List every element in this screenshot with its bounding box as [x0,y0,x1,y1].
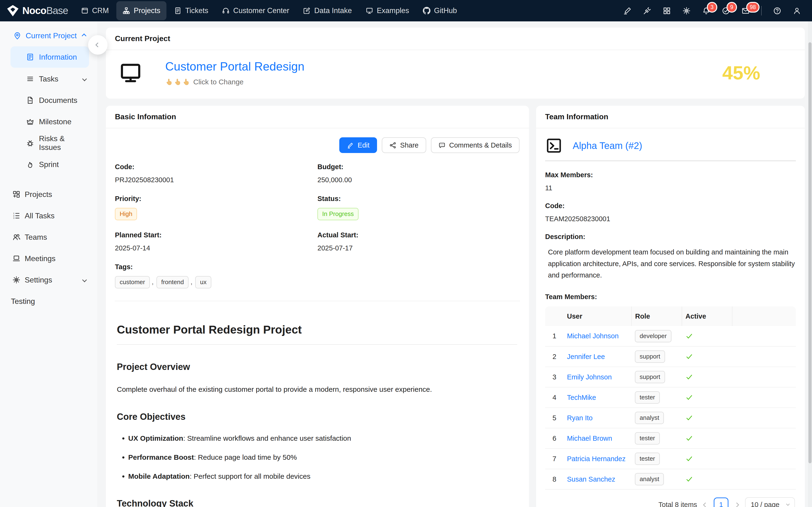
sidebar-item-settings[interactable]: Settings [0,269,98,291]
sidebar-item-information[interactable]: Information [10,46,89,68]
role-tag: support [635,350,665,363]
team-description: Core platform development team focused o… [545,246,796,281]
bullet-lead: Performance Boost [128,453,194,461]
nav-item-projects[interactable]: Projects [116,1,167,20]
notifications-button[interactable]: 3 [702,7,710,15]
row-index: 1 [545,326,564,346]
sidebar-collapse-button[interactable] [88,35,108,55]
column-active: Active [682,306,732,326]
user-link[interactable]: Michael Brown [567,435,612,442]
nav-item-data-intake[interactable]: Data Intake [297,1,358,20]
sidebar-item-tasks[interactable]: Tasks [0,68,98,90]
pagination-next-button[interactable] [735,503,738,507]
nav-item-label: Customer Center [233,6,289,15]
nav-item-label: Tickets [185,6,208,15]
comments-details-button[interactable]: Comments & Details [431,137,519,153]
user-link[interactable]: Michael Johnson [567,332,619,340]
progress-percent: 45% [722,62,760,84]
nav-item-github[interactable]: GitHub [417,1,463,20]
nav-item-customer-center[interactable]: Customer Center [216,1,295,20]
sidebar-item-label: Meetings [25,254,56,263]
edit-button[interactable]: Edit [339,137,377,153]
sidebar-item-testing[interactable]: Testing [0,291,98,312]
nocobase-logo[interactable]: NocoBase [7,5,68,17]
row-index: 6 [545,428,564,449]
sidebar-item-all-tasks[interactable]: All Tasks [0,205,98,226]
sidebar-item-documents[interactable]: Documents [0,90,98,111]
doc-bullet: Mobile Adaptation: Perfect support for a… [128,471,517,481]
messages-button[interactable]: 98 [742,7,750,15]
role-tag: tester [635,391,660,404]
sidebar-item-risks-issues[interactable]: Risks & Issues [0,132,98,154]
active-check-icon [685,434,729,442]
help-button[interactable] [773,7,782,15]
settings-button[interactable] [682,7,691,15]
terminal-icon [546,138,562,154]
sidebar-item-label: Sprint [39,160,59,169]
team-name-link[interactable]: Alpha Team (#2) [573,140,642,151]
user-link[interactable]: Susan Sanchez [567,475,615,483]
active-check-icon [685,373,729,381]
row-index: 8 [545,469,564,490]
doc-heading-stack: Technology Stack [117,498,517,507]
sidebar-item-milestone[interactable]: Milestone [0,111,98,132]
tasks-button[interactable]: 9 [722,7,730,15]
user-icon [793,7,801,15]
teams-people-icon [12,233,20,241]
nav-item-tickets[interactable]: Tickets [168,1,214,20]
table-row: 2 Jennifer Lee support [545,346,796,367]
doc-bullet: Performance Boost: Reduce page load time… [128,452,517,462]
user-link[interactable]: Emily Johnson [567,373,612,381]
nocobase-logo-icon [7,5,19,17]
nav-item-examples[interactable]: Examples [360,1,415,20]
user-link[interactable]: Patricia Hernandez [567,455,626,463]
field-budget: Budget: 250,000.00 [317,163,520,184]
field-label: Priority: [115,195,317,203]
table-row: 4 TechMike tester [545,387,796,408]
table-header-row: User Role Active [545,306,796,326]
row-index: 3 [545,367,564,387]
table-row: 5 Ryan Ito analyst [545,408,796,428]
scrollbar-thumb[interactable] [808,42,812,463]
apps-switcher-button[interactable] [663,7,671,15]
help-icon [773,7,782,15]
doc-heading-objectives: Core Objectives [117,412,517,422]
field-max-members: Max Members: 11 [545,171,796,192]
share-button[interactable]: Share [382,137,426,153]
project-name-link[interactable]: Customer Portal Redesign [165,60,304,73]
doc-paragraph: Complete overhaul of the existing custom… [117,384,517,395]
risks-bug-icon [26,139,34,147]
pagination-page-1[interactable]: 1 [714,498,729,507]
chevron-left-icon [96,43,100,47]
customer-center-icon [222,7,230,14]
sidebar-item-teams[interactable]: Teams [0,226,98,248]
page-size-select[interactable]: 10 / page [745,497,795,507]
nav-item-crm[interactable]: CRM [75,1,115,20]
sidebar-item-label: Information [39,53,77,62]
pagination-prev-button[interactable] [704,503,707,507]
click-to-change-hint[interactable]: Click to Change [165,78,304,86]
tickets-icon [174,7,182,14]
sidebar-item-projects[interactable]: Projects [0,184,98,205]
user-link[interactable]: Jennifer Lee [567,353,605,360]
ui-editor-button[interactable] [623,7,632,15]
field-label: Tags: [115,263,317,271]
data-intake-icon [303,7,311,14]
user-link[interactable]: TechMike [567,394,596,401]
sidebar-item-meetings[interactable]: Meetings [0,248,98,269]
user-menu-button[interactable] [793,7,801,15]
field-planned-start: Planned Start: 2025-07-14 [115,231,317,252]
chevron-right-icon [734,503,739,507]
button-label: Comments & Details [449,142,512,149]
sidebar-item-sprint[interactable]: Sprint [0,154,98,175]
bullet-text: : Reduce page load time by 50% [194,453,297,461]
chevron-up-icon [82,34,86,38]
user-link[interactable]: Ryan Ito [567,414,592,422]
sidebar-group-current-project[interactable]: Current Project [0,27,98,46]
nav-item-label: Data Intake [314,6,352,15]
main-menu: CRM Projects Tickets Customer Center Dat… [75,1,463,20]
plugin-manager-button[interactable] [643,7,651,15]
field-code: Code: PRJ202508230001 [115,163,317,184]
team-members-label: Team Members: [545,293,796,301]
field-value: 2025-07-14 [115,244,317,252]
